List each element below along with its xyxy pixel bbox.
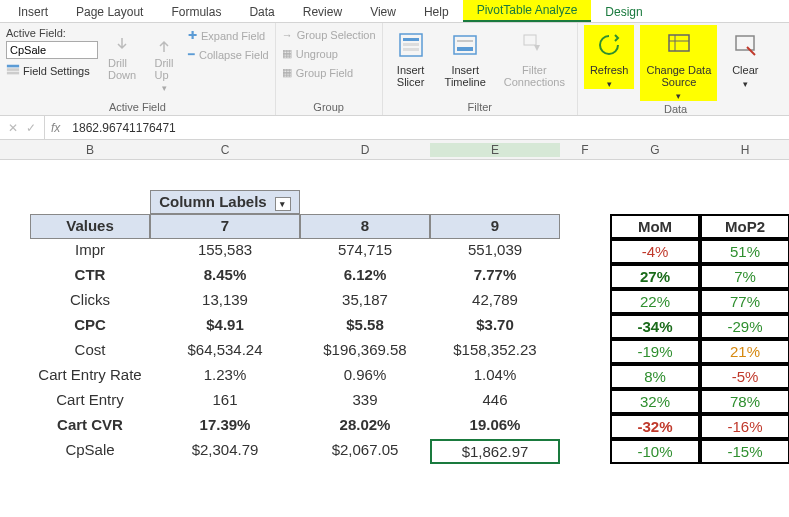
- group-field-button[interactable]: ▦ Group Field: [282, 66, 376, 79]
- pivot-cell[interactable]: $3.70: [430, 314, 560, 339]
- insert-timeline-button[interactable]: Insert Timeline: [439, 25, 492, 88]
- col-header-B[interactable]: B: [30, 143, 150, 157]
- mom-cell[interactable]: -19%: [610, 339, 700, 364]
- clear-button[interactable]: Clear ▾: [723, 25, 767, 89]
- cancel-icon[interactable]: ✕: [8, 121, 18, 135]
- field-settings-button[interactable]: Field Settings: [6, 63, 98, 79]
- pivot-row-label[interactable]: CpSale: [30, 439, 150, 464]
- pivot-cell[interactable]: 7.77%: [430, 264, 560, 289]
- ungroup-button[interactable]: ▦ Ungroup: [282, 47, 376, 60]
- pivot-cell[interactable]: 8.45%: [150, 264, 300, 289]
- pivot-cell[interactable]: $4.91: [150, 314, 300, 339]
- pivot-row-label[interactable]: Cart Entry: [30, 389, 150, 414]
- values-header[interactable]: Values: [30, 214, 150, 239]
- mop2-cell[interactable]: -16%: [700, 414, 789, 439]
- tab-view[interactable]: View: [356, 2, 410, 22]
- col-header-H[interactable]: H: [700, 143, 789, 157]
- col-header-C[interactable]: C: [150, 143, 300, 157]
- pivot-row-label[interactable]: CPC: [30, 314, 150, 339]
- group-selection-button[interactable]: → Group Selection: [282, 29, 376, 41]
- tab-insert[interactable]: Insert: [4, 2, 62, 22]
- pivot-cell[interactable]: 19.06%: [430, 414, 560, 439]
- collapse-field-button[interactable]: ━ Collapse Field: [188, 48, 269, 61]
- mom-cell[interactable]: -32%: [610, 414, 700, 439]
- pivot-cell[interactable]: 1.23%: [150, 364, 300, 389]
- change-data-source-button[interactable]: Change Data Source ▾: [640, 25, 717, 101]
- mom-cell[interactable]: 27%: [610, 264, 700, 289]
- mop2-cell[interactable]: 78%: [700, 389, 789, 414]
- mop2-cell[interactable]: -29%: [700, 314, 789, 339]
- col-7-header[interactable]: 7: [150, 214, 300, 239]
- tab-page-layout[interactable]: Page Layout: [62, 2, 157, 22]
- mom-cell[interactable]: -34%: [610, 314, 700, 339]
- pivot-cell[interactable]: 551,039: [430, 239, 560, 264]
- pivot-row-label[interactable]: CTR: [30, 264, 150, 289]
- pivot-cell[interactable]: 339: [300, 389, 430, 414]
- refresh-button[interactable]: Refresh ▾: [584, 25, 635, 89]
- pivot-row-label[interactable]: Cart Entry Rate: [30, 364, 150, 389]
- column-labels-dropdown[interactable]: ▾: [275, 197, 291, 211]
- col-header-F[interactable]: F: [560, 143, 610, 157]
- mop2-cell[interactable]: 21%: [700, 339, 789, 364]
- pivot-cell[interactable]: 42,789: [430, 289, 560, 314]
- drill-up-button[interactable]: Drill Up ▾: [146, 25, 182, 93]
- pivot-row-label[interactable]: Clicks: [30, 289, 150, 314]
- mom-cell[interactable]: -10%: [610, 439, 700, 464]
- tab-formulas[interactable]: Formulas: [157, 2, 235, 22]
- pivot-cell[interactable]: $1,862.97: [430, 439, 560, 464]
- mom-cell[interactable]: 22%: [610, 289, 700, 314]
- mop2-cell[interactable]: -15%: [700, 439, 789, 464]
- mop2-cell[interactable]: 51%: [700, 239, 789, 264]
- col-header-G[interactable]: G: [610, 143, 700, 157]
- expand-field-button[interactable]: ✚ Expand Field: [188, 29, 269, 42]
- pivot-cell[interactable]: $196,369.58: [300, 339, 430, 364]
- col-8-header[interactable]: 8: [300, 214, 430, 239]
- pivot-cell[interactable]: $5.58: [300, 314, 430, 339]
- drill-down-button[interactable]: Drill Down: [104, 25, 140, 81]
- pivot-row-label[interactable]: Cart CVR: [30, 414, 150, 439]
- fx-label[interactable]: fx: [45, 121, 66, 135]
- pivot-cell[interactable]: 446: [430, 389, 560, 414]
- col-header-E[interactable]: E: [430, 143, 560, 157]
- pivot-cell[interactable]: 155,583: [150, 239, 300, 264]
- pivot-row-label[interactable]: Cost: [30, 339, 150, 364]
- tab-data[interactable]: Data: [235, 2, 288, 22]
- mop2-cell[interactable]: 77%: [700, 289, 789, 314]
- tab-design[interactable]: Design: [591, 2, 656, 22]
- pivot-cell[interactable]: 28.02%: [300, 414, 430, 439]
- pivot-cell[interactable]: $2,067.05: [300, 439, 430, 464]
- formula-value[interactable]: 1862.96741176471: [66, 121, 175, 135]
- confirm-icon[interactable]: ✓: [26, 121, 36, 135]
- insert-slicer-button[interactable]: Insert Slicer: [389, 25, 433, 88]
- worksheet[interactable]: Column Labels ▾ Values 7 8 9 MoM MoP2 Im…: [0, 160, 789, 464]
- col-header-D[interactable]: D: [300, 143, 430, 157]
- mom-cell[interactable]: 8%: [610, 364, 700, 389]
- pivot-cell[interactable]: 6.12%: [300, 264, 430, 289]
- pivot-cell[interactable]: $158,352.23: [430, 339, 560, 364]
- svg-rect-4: [403, 38, 419, 41]
- column-labels-header[interactable]: Column Labels ▾: [150, 190, 300, 214]
- tab-pivottable-analyze[interactable]: PivotTable Analyze: [463, 0, 592, 22]
- mop2-header[interactable]: MoP2: [700, 214, 789, 239]
- pivot-cell[interactable]: 0.96%: [300, 364, 430, 389]
- filter-connections-button[interactable]: Filter Connections: [498, 25, 571, 88]
- active-field-input[interactable]: [6, 41, 98, 59]
- pivot-cell[interactable]: 35,187: [300, 289, 430, 314]
- pivot-cell[interactable]: 161: [150, 389, 300, 414]
- pivot-cell[interactable]: 574,715: [300, 239, 430, 264]
- pivot-cell[interactable]: 17.39%: [150, 414, 300, 439]
- mom-cell[interactable]: 32%: [610, 389, 700, 414]
- mom-header[interactable]: MoM: [610, 214, 700, 239]
- col-9-header[interactable]: 9: [430, 214, 560, 239]
- tab-help[interactable]: Help: [410, 2, 463, 22]
- pivot-row-label[interactable]: Impr: [30, 239, 150, 264]
- pivot-cell[interactable]: $2,304.79: [150, 439, 300, 464]
- mop2-cell[interactable]: -5%: [700, 364, 789, 389]
- mop2-cell[interactable]: 7%: [700, 264, 789, 289]
- pivot-table[interactable]: Column Labels ▾ Values 7 8 9 MoM MoP2 Im…: [0, 190, 789, 464]
- pivot-cell[interactable]: $64,534.24: [150, 339, 300, 364]
- pivot-cell[interactable]: 13,139: [150, 289, 300, 314]
- tab-review[interactable]: Review: [289, 2, 356, 22]
- mom-cell[interactable]: -4%: [610, 239, 700, 264]
- pivot-cell[interactable]: 1.04%: [430, 364, 560, 389]
